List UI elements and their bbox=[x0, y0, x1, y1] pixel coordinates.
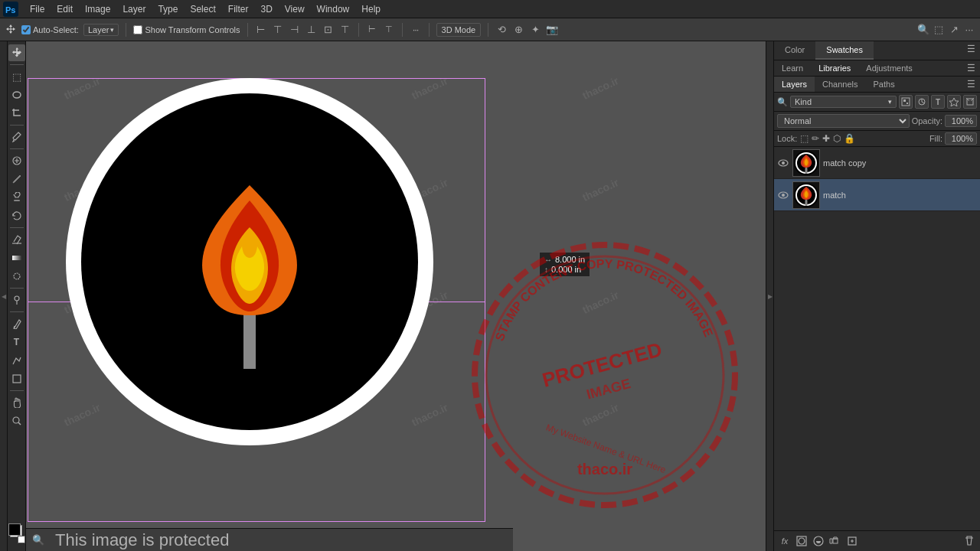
hand-tool-button[interactable] bbox=[8, 394, 25, 411]
menu-select[interactable]: Select bbox=[185, 2, 220, 16]
distribute2-icon[interactable]: ⊤ bbox=[383, 24, 395, 36]
tab-channels[interactable]: Channels bbox=[815, 77, 865, 92]
layer-visibility-match[interactable] bbox=[777, 189, 789, 201]
menu-image[interactable]: Image bbox=[80, 2, 116, 16]
shape-tool-button[interactable] bbox=[8, 370, 25, 387]
tab-adjustments[interactable]: Adjustments bbox=[858, 60, 920, 76]
auto-select-type-dropdown[interactable]: Layer ▾ bbox=[83, 24, 119, 36]
3d-orbit-icon[interactable]: ⊕ bbox=[512, 24, 524, 36]
align-middle-v-icon[interactable]: ⊡ bbox=[322, 24, 335, 36]
menu-filter[interactable]: Filter bbox=[223, 2, 254, 16]
align-right-icon[interactable]: ⊣ bbox=[289, 24, 301, 36]
foreground-color-swatch[interactable] bbox=[8, 523, 21, 536]
tab-layers[interactable]: Layers bbox=[774, 77, 815, 92]
menu-type[interactable]: Type bbox=[152, 2, 183, 16]
svg-point-31 bbox=[782, 194, 785, 197]
rotate-3d-icon[interactable]: ⟲ bbox=[495, 24, 508, 36]
menu-3d[interactable]: 3D bbox=[255, 2, 277, 16]
auto-select-checkbox[interactable]: Auto-Select: bbox=[21, 25, 79, 34]
tab-libraries[interactable]: Libraries bbox=[811, 60, 858, 76]
tab-learn[interactable]: Learn bbox=[774, 60, 811, 76]
transform-y-value: 0.000 in bbox=[551, 265, 581, 274]
align-top-icon[interactable]: ⊥ bbox=[305, 24, 318, 36]
marquee-tool-button[interactable]: ⬚ bbox=[8, 68, 25, 85]
opacity-input[interactable] bbox=[945, 115, 977, 127]
align-bottom-icon[interactable]: ⊤ bbox=[339, 24, 351, 36]
3d-pan-icon[interactable]: ✦ bbox=[529, 24, 541, 36]
layer-new-button[interactable] bbox=[844, 533, 860, 549]
healing-tool-button[interactable] bbox=[8, 152, 25, 169]
3d-camera-icon[interactable]: 📷 bbox=[546, 24, 558, 36]
menu-file[interactable]: File bbox=[24, 2, 50, 16]
brush-tool-button[interactable] bbox=[8, 171, 25, 187]
shape-filter-icon[interactable] bbox=[947, 95, 961, 109]
zoom-icon[interactable]: 🔍 bbox=[32, 534, 44, 546]
options-separator-3 bbox=[358, 23, 359, 37]
tab-color[interactable]: Color bbox=[774, 41, 815, 60]
layer-group-button[interactable] bbox=[828, 533, 843, 549]
canvas-area[interactable]: thaco.ir thaco.ir thaco.ir thaco.ir thac… bbox=[26, 41, 766, 551]
history-tool-button[interactable] bbox=[8, 207, 25, 224]
distribute-icon[interactable]: ⊢ bbox=[366, 24, 378, 36]
layer-item-match[interactable]: match bbox=[774, 179, 980, 211]
search-icon[interactable]: 🔍 bbox=[917, 24, 929, 36]
layers-menu-icon[interactable]: ☰ bbox=[963, 77, 978, 92]
lasso-tool-button[interactable] bbox=[8, 86, 25, 103]
color-picker-area[interactable] bbox=[8, 523, 25, 545]
menu-edit[interactable]: Edit bbox=[51, 2, 78, 16]
menu-layer[interactable]: Layer bbox=[117, 2, 151, 16]
right-panel-collapse[interactable]: ▶ bbox=[766, 41, 773, 551]
smartobj-filter-icon[interactable] bbox=[963, 95, 977, 109]
layer-delete-button[interactable] bbox=[962, 533, 977, 549]
blend-mode-select[interactable]: Normal bbox=[777, 114, 910, 128]
panel2-menu-icon[interactable]: ☰ bbox=[963, 60, 978, 76]
pixel-filter-icon[interactable] bbox=[899, 95, 913, 109]
fill-control: Fill: bbox=[929, 132, 977, 145]
layer-fx-button[interactable]: fx bbox=[777, 533, 792, 549]
eraser-tool-button[interactable] bbox=[8, 231, 25, 248]
kind-dropdown[interactable]: Kind ▾ bbox=[790, 96, 897, 108]
tab-swatches[interactable]: Swatches bbox=[815, 41, 874, 60]
align-center-h-icon[interactable]: ⊤ bbox=[272, 24, 284, 36]
align-left-icon[interactable]: ⊢ bbox=[255, 24, 267, 36]
layer-mask-button[interactable] bbox=[794, 533, 809, 549]
fill-input[interactable] bbox=[945, 132, 977, 145]
pen-tool-button[interactable] bbox=[8, 315, 25, 332]
eyedropper-tool-button[interactable] bbox=[8, 129, 25, 145]
move-tool-icon[interactable] bbox=[5, 24, 17, 36]
menu-view[interactable]: View bbox=[279, 2, 310, 16]
layer-visibility-match-copy[interactable] bbox=[777, 157, 789, 169]
menu-window[interactable]: Window bbox=[312, 2, 355, 16]
lock-move-icon[interactable]: ✚ bbox=[822, 133, 830, 144]
move-tool-button[interactable] bbox=[8, 44, 25, 61]
lock-transparent-icon[interactable]: ⬚ bbox=[800, 133, 808, 144]
show-transform-checkbox[interactable]: Show Transform Controls bbox=[133, 25, 240, 34]
stamp-tool-button[interactable] bbox=[8, 189, 25, 206]
gradient-tool-button[interactable] bbox=[8, 249, 25, 266]
panel-menu-icon[interactable]: ☰ bbox=[963, 41, 978, 57]
dodge-tool-button[interactable] bbox=[8, 292, 25, 308]
layer-adjustment-button[interactable] bbox=[811, 533, 826, 549]
type-tool-button[interactable]: T bbox=[8, 334, 25, 350]
zoom-tool-button[interactable] bbox=[8, 412, 25, 429]
more-right-icon[interactable]: ··· bbox=[963, 24, 975, 36]
tab-paths[interactable]: Paths bbox=[866, 77, 903, 92]
more-options-icon[interactable]: ··· bbox=[410, 24, 422, 36]
svg-text:STAMP CONTENT COPY PROTECTED I: STAMP CONTENT COPY PROTECTED IMAGE bbox=[493, 257, 716, 343]
left-panel-collapse[interactable]: ◀ bbox=[0, 41, 8, 551]
swap-color-icon[interactable] bbox=[18, 536, 25, 543]
3d-mode-button[interactable]: 3D Mode bbox=[436, 23, 482, 37]
menu-help[interactable]: Help bbox=[356, 2, 386, 16]
path-select-button[interactable] bbox=[8, 352, 25, 369]
arrange-windows-icon[interactable]: ↗ bbox=[948, 24, 960, 36]
workspaces-icon[interactable]: ⬚ bbox=[933, 24, 945, 36]
crop-tool-button[interactable] bbox=[8, 105, 25, 122]
lock-artboard-icon[interactable]: ⬡ bbox=[833, 133, 841, 144]
type-filter-icon[interactable]: T bbox=[931, 95, 945, 109]
layer-item-match-copy[interactable]: match copy bbox=[774, 147, 980, 179]
lock-all-icon[interactable]: 🔒 bbox=[844, 133, 855, 144]
options-bar: Auto-Select: Layer ▾ Show Transform Cont… bbox=[0, 18, 980, 41]
blur-tool-button[interactable] bbox=[8, 268, 25, 285]
lock-brush-icon[interactable]: ✏ bbox=[812, 133, 819, 144]
adjustment-filter-icon[interactable] bbox=[915, 95, 929, 109]
